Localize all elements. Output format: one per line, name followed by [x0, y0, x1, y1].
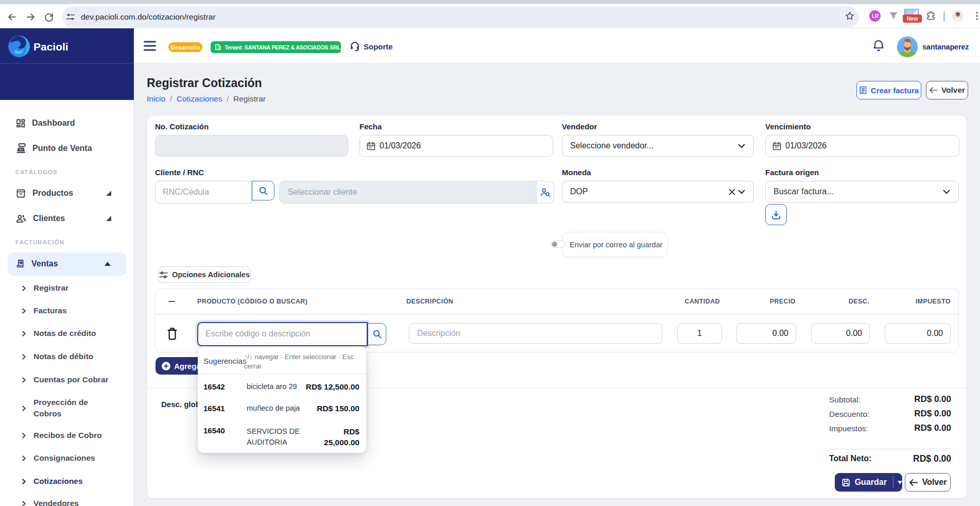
svg-text:LR: LR [872, 13, 879, 19]
